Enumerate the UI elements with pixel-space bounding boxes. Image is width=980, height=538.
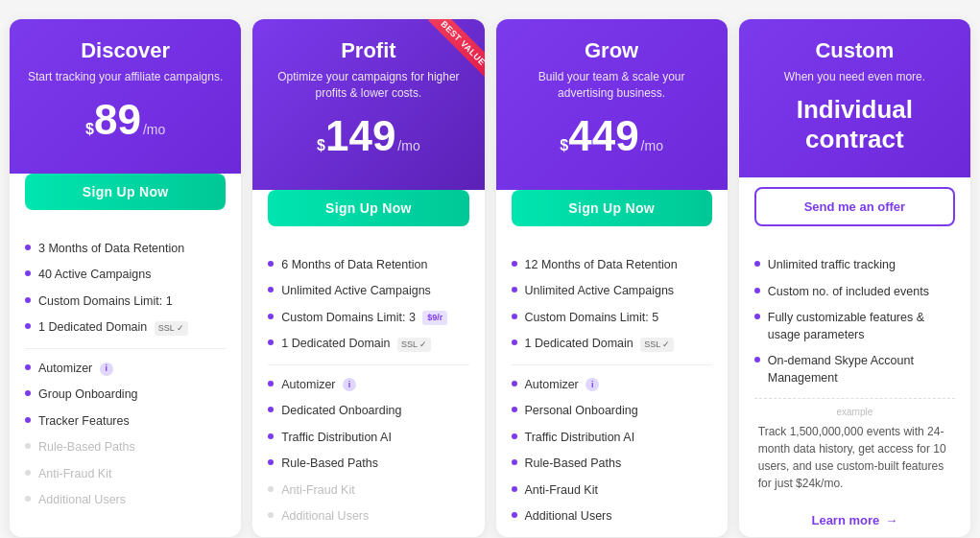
custom-main-features: Unlimited traffic tracking Custom no. of… <box>754 257 955 386</box>
example-text: Track 1,500,000,000 events with 24-month… <box>754 423 955 492</box>
plan-custom: Custom When you need even more. Individu… <box>739 19 970 537</box>
bullet-icon <box>268 381 274 386</box>
profit-extra-features: Automizer i Dedicated Onboarding Traffic… <box>268 377 468 526</box>
ssl-badge: SSL ✓ <box>155 321 188 336</box>
plan-profit: Profit Optimize your campaigns for highe… <box>252 19 484 537</box>
example-divider <box>754 398 955 399</box>
bullet-icon <box>512 486 517 492</box>
bullet-icon <box>512 261 517 267</box>
ssl-badge: SSL ✓ <box>640 338 674 352</box>
bullet-icon <box>754 288 760 293</box>
list-item: Traffic Distribution AI <box>512 430 712 447</box>
bullet-icon <box>512 459 517 465</box>
custom-header: Custom When you need even more. Individu… <box>739 19 970 177</box>
list-item: Additional Users <box>512 508 712 526</box>
plan-grow: Grow Build your team & scale your advert… <box>496 19 728 537</box>
bullet-icon <box>25 364 31 370</box>
divider <box>512 364 712 365</box>
profit-price: $ 149 /mo <box>268 115 468 157</box>
discover-amount: 89 <box>94 99 141 141</box>
bullet-icon <box>754 357 760 363</box>
bullet-icon <box>268 407 274 412</box>
grow-amount: 449 <box>568 115 638 157</box>
bullet-icon <box>25 496 31 502</box>
profit-amount: 149 <box>325 115 395 157</box>
bullet-icon <box>25 270 31 276</box>
list-item: Rule-Based Paths <box>268 456 468 473</box>
list-item: Unlimited Active Campaigns <box>512 283 712 300</box>
grow-signup-button[interactable]: Sign Up Now <box>512 190 712 226</box>
list-item: 1 Dedicated Domain SSL ✓ <box>268 336 468 353</box>
bullet-icon <box>268 314 274 319</box>
grow-features: 12 Months of Data Retention Unlimited Ac… <box>496 242 728 538</box>
list-item: Additional Users <box>268 508 468 526</box>
discover-plan-desc: Start tracking your affiliate campaigns. <box>25 69 226 85</box>
bullet-icon <box>25 245 31 250</box>
info-icon: i <box>586 378 599 391</box>
bullet-icon <box>512 381 517 386</box>
list-item: 6 Months of Data Retention <box>268 257 468 274</box>
list-item: Automizer i <box>25 361 226 378</box>
list-item: Unlimited traffic tracking <box>754 257 955 274</box>
bullet-icon <box>268 459 274 465</box>
grow-period: /mo <box>641 138 663 153</box>
list-item: Traffic Distribution AI <box>268 430 468 447</box>
example-label: example <box>754 407 955 417</box>
list-item: Rule-Based Paths <box>512 456 712 473</box>
bullet-icon <box>25 390 31 396</box>
bullet-icon <box>512 339 517 345</box>
list-item: 3 Months of Data Retention <box>25 241 226 258</box>
list-item: 40 Active Campaigns <box>25 267 226 284</box>
bullet-icon <box>512 512 517 518</box>
bullet-icon <box>268 339 274 345</box>
list-item: Custom Domains Limit: 5 <box>512 310 712 327</box>
list-item: 1 Dedicated Domain SSL ✓ <box>512 336 712 353</box>
discover-dollar: $ <box>85 121 94 138</box>
bullet-icon <box>268 433 274 439</box>
list-item: Automizer i <box>512 377 712 394</box>
list-item: 12 Months of Data Retention <box>512 257 712 274</box>
divider <box>268 364 468 365</box>
plan-discover: Discover Start tracking your affiliate c… <box>10 19 241 537</box>
grow-plan-name: Grow <box>512 38 712 63</box>
grow-extra-features: Automizer i Personal Onboarding Traffic … <box>512 377 712 526</box>
bullet-icon <box>268 287 274 292</box>
grow-main-features: 12 Months of Data Retention Unlimited Ac… <box>512 257 712 353</box>
list-item: Automizer i <box>268 377 468 394</box>
bullet-icon <box>25 443 31 449</box>
bullet-icon <box>25 297 31 303</box>
discover-main-features: 3 Months of Data Retention 40 Active Cam… <box>25 241 226 337</box>
list-item: 1 Dedicated Domain SSL ✓ <box>25 319 226 337</box>
list-item: Dedicated Onboarding <box>268 403 468 420</box>
bullet-icon <box>25 323 31 329</box>
list-item: Group Onboarding <box>25 386 226 404</box>
divider <box>25 348 226 349</box>
bullet-icon <box>512 407 517 412</box>
info-icon: i <box>100 363 113 376</box>
pricing-container: Discover Start tracking your affiliate c… <box>10 10 970 538</box>
discover-price: $ 89 /mo <box>25 99 226 141</box>
tag-badge: $9/r <box>422 311 447 325</box>
list-item: Custom no. of included events <box>754 284 955 301</box>
discover-plan-name: Discover <box>25 38 226 63</box>
bullet-icon <box>268 512 274 518</box>
list-item: Fully customizable features & usage para… <box>754 310 955 343</box>
profit-plan-desc: Optimize your campaigns for higher profi… <box>268 69 468 102</box>
discover-signup-button[interactable]: Sign Up Now <box>25 174 226 210</box>
list-item: Rule-Based Paths <box>25 439 226 456</box>
list-item: Personal Onboarding <box>512 403 712 420</box>
profit-period: /mo <box>397 138 419 153</box>
custom-plan-name: Custom <box>754 38 955 63</box>
grow-header: Grow Build your team & scale your advert… <box>496 19 728 190</box>
discover-period: /mo <box>143 122 165 137</box>
custom-plan-desc: When you need even more. <box>754 69 955 85</box>
grow-price: $ 449 /mo <box>512 115 712 157</box>
list-item: Additional Users <box>25 492 226 509</box>
bullet-icon <box>268 261 274 267</box>
profit-signup-button[interactable]: Sign Up Now <box>268 190 468 226</box>
send-offer-button[interactable]: Send me an offer <box>754 187 955 226</box>
profit-header: Profit Optimize your campaigns for highe… <box>252 19 484 190</box>
learn-more-button[interactable]: Learn more → <box>754 503 955 537</box>
discover-features: 3 Months of Data Retention 40 Active Cam… <box>10 225 241 537</box>
list-item: Anti-Fraud Kit <box>25 466 226 483</box>
